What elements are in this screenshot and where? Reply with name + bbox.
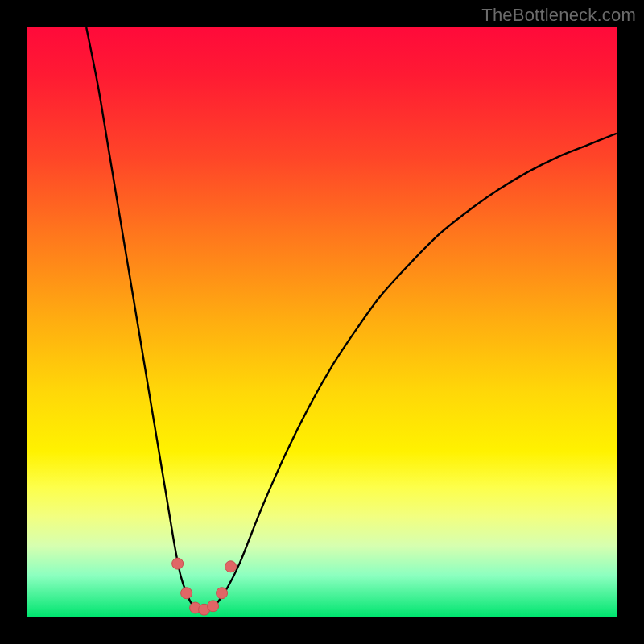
plot-area — [27, 27, 617, 617]
bottleneck-curve-path — [86, 27, 617, 611]
curve-markers — [172, 558, 237, 615]
curve-marker — [208, 601, 219, 612]
watermark-text: TheBottleneck.com — [481, 5, 636, 26]
bottleneck-curve-svg — [27, 27, 617, 617]
curve-marker — [225, 561, 237, 572]
curve-marker — [172, 558, 184, 569]
chart-frame: TheBottleneck.com — [0, 0, 644, 644]
curve-marker — [217, 588, 228, 599]
curve-marker — [181, 588, 192, 599]
